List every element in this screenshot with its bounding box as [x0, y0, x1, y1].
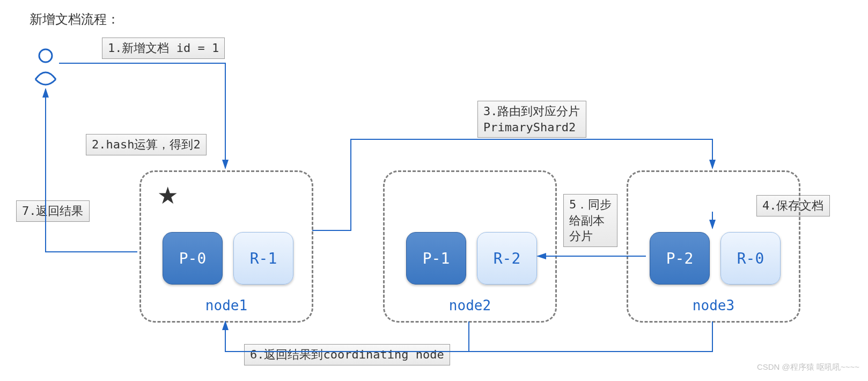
step-6-label: 6.返回结果到coordinating node	[244, 344, 450, 365]
step-7-label: 7.返回结果	[16, 200, 90, 222]
watermark: CSDN @程序猿 呕吼吼~~~~	[757, 362, 859, 372]
step-5-label: 5．同步 给副本 分片	[563, 194, 617, 247]
node1-replica-shard: R-1	[233, 232, 293, 285]
node3-primary-shard: P-2	[650, 232, 710, 285]
node3-replica-shard: R-0	[720, 232, 781, 285]
node-3: P-2 R-0 node3	[627, 170, 800, 323]
node-1: ★ P-0 R-1 node1	[139, 170, 313, 323]
diagram-title: 新增文档流程：	[30, 11, 120, 28]
node2-primary-shard: P-1	[406, 232, 466, 285]
diagram-canvas: 新增文档流程： 1.新增文档 id = 1 2.hash运算，得到2 3.路由到…	[0, 0, 868, 381]
step-2-label: 2.hash运算，得到2	[86, 134, 207, 155]
node-2: P-1 R-2 node2	[383, 170, 557, 323]
node1-primary-shard: P-0	[163, 232, 223, 285]
actor-icon	[32, 48, 59, 86]
star-icon: ★	[157, 182, 178, 209]
node2-label: node2	[385, 297, 555, 313]
step-1-label: 1.新增文档 id = 1	[102, 38, 225, 59]
node1-label: node1	[141, 297, 312, 313]
node2-replica-shard: R-2	[477, 232, 537, 285]
node3-label: node3	[628, 297, 799, 313]
svg-point-0	[39, 49, 52, 62]
step-3-label: 3.路由到对应分片 PrimaryShard2	[477, 101, 586, 138]
